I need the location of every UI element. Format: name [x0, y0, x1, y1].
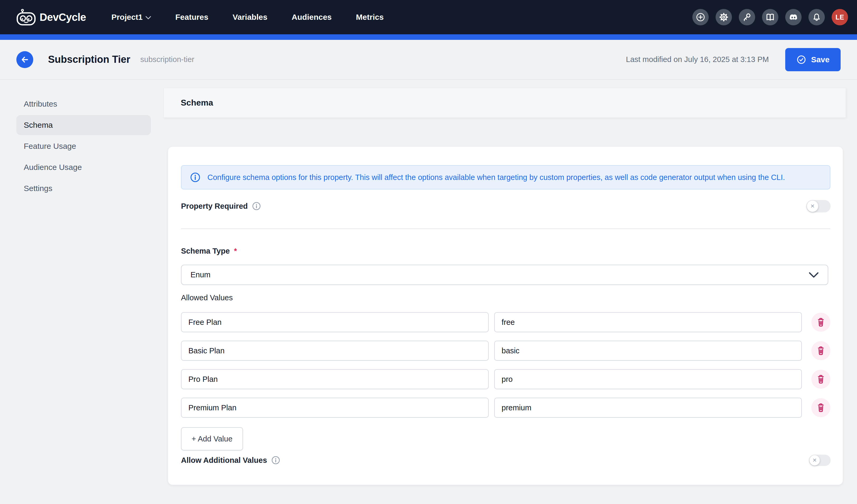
property-required-toggle[interactable]: ✕ [806, 200, 830, 213]
trash-icon [816, 346, 826, 356]
delete-value-button[interactable] [811, 341, 830, 360]
section-title: Schema [181, 98, 213, 108]
sidebar-item-audience-usage[interactable]: Audience Usage [16, 157, 151, 177]
sidebar-item-attributes[interactable]: Attributes [16, 94, 151, 114]
toggle-knob-x: ✕ [807, 201, 818, 212]
allowed-values-list [181, 312, 830, 426]
divider [181, 229, 830, 229]
sidebar-item-feature-usage[interactable]: Feature Usage [16, 136, 151, 156]
schema-type-label: Schema Type * [181, 247, 237, 255]
info-banner: Configure schema options for this proper… [181, 165, 830, 189]
delete-value-button[interactable] [811, 370, 830, 389]
api-key-icon[interactable] [739, 9, 755, 25]
page-header: Subscription Tier subscription-tier Last… [0, 40, 857, 80]
nav-item-variables[interactable]: Variables [233, 13, 268, 22]
allowed-value-label-input[interactable] [181, 369, 489, 389]
nav-item-audiences[interactable]: Audiences [291, 13, 332, 22]
property-required-label: Property Required [181, 202, 261, 211]
main-region: AttributesSchemaFeature UsageAudience Us… [0, 80, 857, 504]
schema-type-label-row: Schema Type * [181, 243, 830, 258]
check-circle-icon [796, 55, 806, 65]
allowed-value-key-input[interactable] [494, 341, 802, 361]
arrow-left-icon [21, 55, 29, 64]
schema-type-select[interactable]: Enum [181, 265, 828, 285]
info-icon[interactable] [271, 456, 280, 465]
allowed-value-row [181, 341, 830, 361]
allowed-value-label-input[interactable] [181, 312, 489, 332]
allowed-value-key-input[interactable] [494, 398, 802, 418]
allow-additional-row: Allow Additional Values ✕ [181, 452, 830, 468]
sidebar-item-schema[interactable]: Schema [16, 115, 151, 135]
info-icon[interactable] [252, 202, 261, 211]
discord-icon[interactable] [785, 9, 802, 25]
allowed-value-label-input[interactable] [181, 398, 489, 418]
schema-card: Configure schema options for this proper… [168, 147, 843, 485]
docs-book-icon[interactable] [762, 9, 778, 25]
user-avatar[interactable]: LE [832, 9, 848, 25]
add-value-button[interactable]: + Add Value [181, 427, 243, 450]
nav-item-project1[interactable]: Project1 [111, 13, 151, 22]
allowed-value-key-input[interactable] [494, 369, 802, 389]
top-navbar: DevCycle Project1FeaturesVariablesAudien… [0, 0, 857, 34]
property-required-row: Property Required ✕ [181, 198, 830, 214]
allowed-value-label-input[interactable] [181, 341, 489, 361]
sidebar-item-settings[interactable]: Settings [16, 179, 151, 198]
section-header: Schema [164, 88, 846, 118]
devcycle-logo[interactable]: DevCycle [16, 9, 86, 26]
settings-sidebar: AttributesSchemaFeature UsageAudience Us… [16, 94, 151, 200]
info-icon [190, 172, 201, 183]
allow-additional-toggle[interactable]: ✕ [809, 455, 830, 466]
last-modified-text: Last modified on July 16, 2025 at 3:13 P… [626, 55, 769, 64]
save-button[interactable]: Save [785, 48, 841, 71]
allowed-value-row [181, 312, 830, 332]
required-marker: * [234, 247, 237, 255]
property-key: subscription-tier [140, 55, 195, 64]
delete-value-button[interactable] [811, 398, 830, 417]
delete-value-button[interactable] [811, 313, 830, 332]
primary-nav: Project1FeaturesVariablesAudiencesMetric… [111, 13, 384, 22]
allowed-value-row [181, 398, 830, 418]
notifications-bell-icon[interactable] [808, 9, 825, 25]
allowed-values-label: Allowed Values [181, 293, 233, 302]
page-title: Subscription Tier [48, 54, 130, 65]
allowed-value-row [181, 369, 830, 389]
accent-bar [0, 34, 857, 40]
add-circle-icon[interactable] [692, 9, 709, 25]
trash-icon [816, 402, 826, 413]
nav-item-metrics[interactable]: Metrics [356, 13, 384, 22]
chevron-down-icon [146, 16, 151, 19]
allowed-value-key-input[interactable] [494, 312, 802, 332]
banner-text: Configure schema options for this proper… [207, 173, 785, 182]
navbar-actions: LE [692, 9, 848, 25]
schema-type-value: Enum [190, 270, 211, 279]
chevron-down-icon [809, 272, 819, 278]
nav-item-features[interactable]: Features [175, 13, 208, 22]
robot-logo-icon [16, 9, 36, 26]
settings-gear-icon[interactable] [716, 9, 732, 25]
devcycle-app: DevCycle Project1FeaturesVariablesAudien… [0, 0, 857, 504]
toggle-knob-x: ✕ [809, 455, 820, 466]
trash-icon [816, 317, 826, 327]
allow-additional-label: Allow Additional Values [181, 456, 280, 465]
trash-icon [816, 374, 826, 385]
brand-name: DevCycle [39, 11, 86, 23]
back-button[interactable] [16, 51, 33, 68]
